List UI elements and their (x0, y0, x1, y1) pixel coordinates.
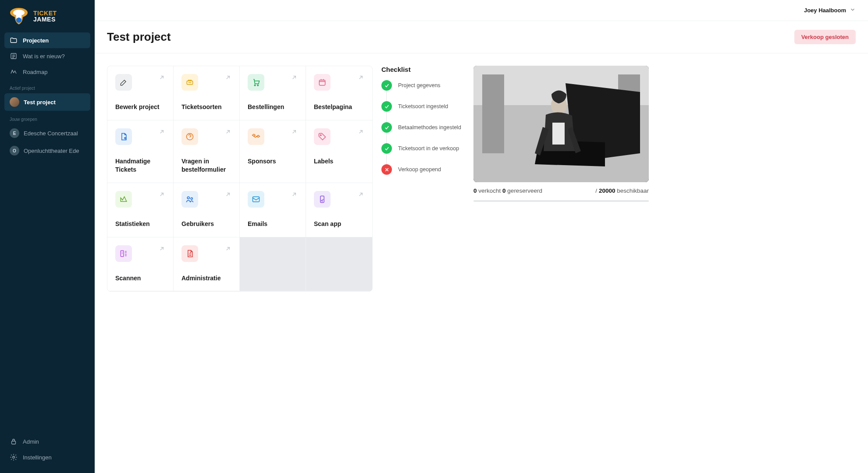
arrow-icon (291, 191, 298, 198)
checklist-label: Ticketsoort ingesteld (398, 103, 448, 109)
stats-right: / 20000 beschikbaar (595, 187, 649, 194)
svg-point-14 (191, 198, 192, 199)
section-your-groups: Jouw groepen (4, 111, 90, 124)
card-icon (248, 128, 264, 145)
project-avatar (10, 97, 19, 107)
right-panel: 0 verkocht 0 gereserveerd / 20000 beschi… (473, 66, 649, 202)
nav-settings[interactable]: Instellingen (4, 449, 90, 465)
page-header: Test project Verkoop gesloten (95, 21, 868, 53)
card-bestellingen[interactable]: Bestellingen (240, 66, 306, 120)
card-label: Scannen (115, 274, 165, 282)
nav-roadmap[interactable]: Roadmap (4, 64, 90, 80)
checklist-label: Ticketsoort in de verkoop (398, 145, 459, 152)
card-label: Scan app (314, 220, 364, 228)
card-label: Ticketsoorten (181, 103, 231, 111)
group-label: Edesche Concertzaal (24, 130, 78, 137)
card-empty (306, 237, 372, 292)
card-handmatige-tickets[interactable]: Handmatige Tickets (107, 120, 174, 183)
user-menu[interactable]: Joey Haalboom (804, 7, 856, 14)
card-icon (314, 128, 331, 145)
checklist-title: Checklist (381, 66, 465, 73)
card-label: Bestellingen (248, 103, 298, 111)
nav-projects[interactable]: Projecten (4, 32, 90, 48)
card-icon (115, 191, 132, 208)
svg-rect-25 (552, 123, 565, 145)
x-icon (381, 164, 392, 175)
checklist-item: Betaalmethodes ingesteld (381, 122, 465, 133)
gear-icon (10, 453, 18, 461)
arrow-icon (224, 245, 231, 252)
page-title: Test project (107, 30, 171, 44)
nav-admin[interactable]: Admin (4, 434, 90, 449)
arrow-icon (224, 191, 231, 198)
card-label: Bewerk project (115, 103, 165, 111)
main: Joey Haalboom Test project Verkoop geslo… (95, 0, 868, 473)
folder-icon (10, 36, 18, 44)
project-image (473, 66, 649, 182)
card-icon (115, 128, 132, 145)
svg-point-12 (320, 134, 321, 136)
card-scannen[interactable]: Scannen (107, 237, 174, 292)
card-label: Handmatige Tickets (115, 157, 165, 174)
card-label: Gebruikers (181, 220, 231, 228)
card-scan-app[interactable]: Scan app (306, 183, 372, 237)
card-statistieken[interactable]: Statistieken (107, 183, 174, 237)
svg-point-5 (13, 456, 15, 459)
svg-point-1 (13, 10, 25, 16)
card-label: Emails (248, 220, 298, 228)
brand-logo[interactable]: TICKET JAMES (4, 4, 90, 32)
arrow-icon (158, 245, 165, 252)
nav-whats-new[interactable]: Wat is er nieuw? (4, 48, 90, 64)
lock-icon (10, 438, 18, 445)
check-icon (381, 80, 392, 91)
card-icon (181, 191, 198, 208)
nav-label: Roadmap (23, 69, 47, 75)
card-bestelpagina[interactable]: Bestelpagina (306, 66, 372, 120)
card-icon (181, 245, 198, 262)
checklist-item: Ticketsoort ingesteld (381, 101, 465, 112)
card-sponsors[interactable]: Sponsors (240, 120, 306, 183)
news-icon (10, 52, 18, 60)
checklist-label: Verkoop geopend (398, 166, 441, 173)
card-labels[interactable]: Labels (306, 120, 372, 183)
card-label: Administratie (181, 274, 231, 282)
svg-point-7 (254, 85, 256, 86)
nav-label: Wat is er nieuw? (23, 53, 65, 60)
check-icon (381, 101, 392, 112)
card-bewerk-project[interactable]: Bewerk project (107, 66, 174, 120)
arrow-icon (224, 128, 231, 135)
card-icon (248, 74, 264, 91)
svg-rect-15 (253, 197, 260, 202)
progress-bar (473, 200, 649, 202)
status-badge: Verkoop gesloten (794, 30, 856, 44)
card-emails[interactable]: Emails (240, 183, 306, 237)
stats-left: 0 verkocht 0 gereserveerd (473, 187, 542, 194)
svg-rect-20 (482, 74, 504, 153)
card-vragen-in-bestelformulier[interactable]: Vragen in bestelformulier (174, 120, 240, 183)
card-icon (181, 128, 198, 145)
svg-rect-4 (12, 441, 16, 444)
card-ticketsoorten[interactable]: Ticketsoorten (174, 66, 240, 120)
project-label: Test project (24, 99, 56, 106)
svg-rect-9 (319, 80, 325, 85)
content: Bewerk projectTicketsoortenBestellingenB… (95, 53, 868, 473)
arrow-icon (158, 74, 165, 81)
nav-label: Projecten (23, 37, 49, 44)
group-item-openlucht[interactable]: O Openluchttheater Ede (4, 142, 90, 159)
arrow-icon (158, 191, 165, 198)
active-project-item[interactable]: Test project (4, 93, 90, 111)
stats-row: 0 verkocht 0 gereserveerd / 20000 beschi… (473, 187, 649, 194)
card-gebruikers[interactable]: Gebruikers (174, 183, 240, 237)
chevron-down-icon (850, 7, 856, 14)
group-item-edesche[interactable]: E Edesche Concertzaal (4, 124, 90, 142)
nav-label: Admin (23, 438, 39, 445)
card-label: Bestelpagina (314, 103, 364, 111)
card-administratie[interactable]: Administratie (174, 237, 240, 292)
svg-point-13 (187, 197, 189, 199)
arrow-icon (291, 74, 298, 81)
logo-icon (8, 7, 30, 25)
arrow-icon (357, 74, 364, 81)
logo-text: TICKET JAMES (33, 10, 57, 22)
card-icon (314, 191, 331, 208)
checklist-item: Ticketsoort in de verkoop (381, 143, 465, 154)
